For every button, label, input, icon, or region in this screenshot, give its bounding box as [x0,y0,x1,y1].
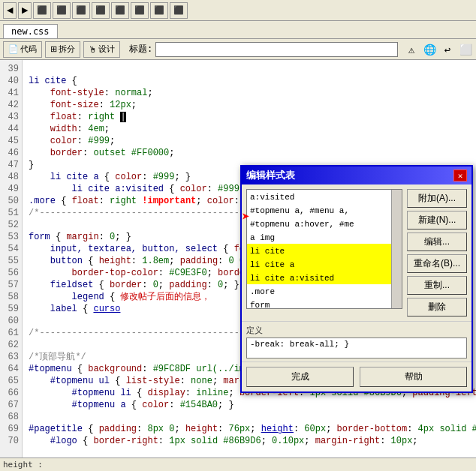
toolbar-btn5[interactable]: ⬛ [111,2,129,19]
dialog-body: a:visited #topmenu a, #menu a, #topmenu … [242,184,471,321]
stop-icon[interactable]: ⬜ [458,42,473,57]
definition-title: 定义 [246,325,467,336]
code-line-40: li cite { [29,75,470,87]
title-label: 标题: [129,43,152,56]
globe-icon[interactable]: 🌐 [422,42,437,57]
attach-btn[interactable]: 附加(A)... [407,189,467,208]
code-line-42: font-size: 12px; [29,99,470,111]
list-item-li-cite[interactable]: li cite [247,244,402,257]
code-line-41: font-style: normal; [29,87,470,99]
delete-btn[interactable]: 删除 [407,298,467,316]
toolbar-back[interactable]: ◀ [3,2,17,19]
title-input[interactable] [155,42,398,57]
editor-container: 39 40 41 42 43 44 45 46 47 48 49 50 51 5… [0,60,476,471]
refresh-icon[interactable]: ↩ [440,42,455,57]
toolbar-btn8[interactable]: ⬛ [170,2,188,19]
main-toolbar: ◀ ▶ ⬛ ⬛ ⬛ ⬛ ⬛ ⬛ ⬛ ⬛ [0,0,476,21]
code-line-46: border: outset #FF0000; [29,147,470,159]
code-line-69: #pagetitle { padding: 8px 0; height: 76p… [29,423,470,435]
status-bar: height : [0,458,476,471]
list-item-a-img[interactable]: a img [247,230,402,244]
dialog-titlebar: 编辑样式表 ✕ [242,166,471,184]
reset-btn[interactable]: 重制... [407,276,467,295]
split-icon: ⊞ [50,44,57,54]
list-item-topmenu-a[interactable]: #topmenu a, #menu a, [247,203,402,217]
dialog-definition-section: 定义 -break: break-all; } [242,321,471,362]
edit-btn[interactable]: 编辑... [407,232,467,251]
toolbar-forward[interactable]: ▶ [18,2,32,19]
toolbar-btn3[interactable]: ⬛ [72,2,90,19]
new-btn[interactable]: 新建(N)... [407,211,467,230]
list-item-a-visited[interactable]: a:visited [247,190,402,203]
list-item-li-cite-a[interactable]: li cite a [247,257,402,271]
code-view-btn[interactable]: 📄 代码 [3,41,42,58]
code-line-44: width: 4em; [29,123,470,135]
code-line-45: color: #999; [29,135,470,147]
split-view-btn[interactable]: ⊞ 拆分 [45,41,80,58]
code-line-67: #topmenu a { color: #154BA0; } [29,399,470,411]
height-label: height : [3,460,43,470]
dialog-action-buttons: 附加(A)... 新建(N)... 编辑... 重命名(B)... 重制... … [407,189,467,316]
definition-content: -break: break-all; } [246,338,467,358]
list-item-li-cite-visited[interactable]: li cite a:visited [247,271,402,284]
design-view-btn[interactable]: 🖱 设计 [83,41,120,58]
list-item-topmenu-hover[interactable]: #topmenu a:hover, #me [247,217,402,230]
code-line-70: #logo { border-right: 1px solid #86B9D6;… [29,435,470,447]
done-btn[interactable]: 完成 [246,367,354,387]
toolbar2-icons: ⚠ 🌐 ↩ ⬜ [404,42,473,57]
list-scrollbar[interactable] [391,190,402,308]
tab-bar: new.css [0,21,476,39]
dialog-title: 编辑样式表 [246,169,295,182]
list-item-more[interactable]: .more [247,284,402,298]
dialog-close-btn[interactable]: ✕ [453,170,467,182]
view-toolbar: 📄 代码 ⊞ 拆分 🖱 设计 标题: ⚠ 🌐 ↩ ⬜ [0,39,476,60]
file-tab[interactable]: new.css [3,24,58,38]
line-numbers: 39 40 41 42 43 44 45 46 47 48 49 50 51 5… [0,60,23,471]
toolbar-btn4[interactable]: ⬛ [92,2,110,19]
warning-icon[interactable]: ⚠ [404,42,419,57]
code-line-43: float: right | [29,111,470,123]
code-line-68 [29,411,470,423]
toolbar-btn2[interactable]: ⬛ [53,2,71,19]
list-item-form[interactable]: form [247,298,402,309]
toolbar-btn6[interactable]: ⬛ [131,2,149,19]
help-btn[interactable]: 帮助 [360,367,467,387]
dialog-list: a:visited #topmenu a, #menu a, #topmenu … [247,190,402,309]
dialog-list-container: a:visited #topmenu a, #menu a, #topmenu … [246,189,402,309]
dialog-footer: 完成 帮助 [242,362,471,392]
style-editor-dialog: 编辑样式表 ✕ a:visited #topmenu a, #menu a, #… [240,165,473,393]
design-icon: 🖱 [89,45,97,54]
toolbar-btn1[interactable]: ⬛ [33,2,51,19]
code-icon: 📄 [8,44,19,54]
toolbar-btn7[interactable]: ⬛ [150,2,168,19]
rename-btn[interactable]: 重命名(B)... [407,254,467,273]
code-line-39 [29,63,470,75]
